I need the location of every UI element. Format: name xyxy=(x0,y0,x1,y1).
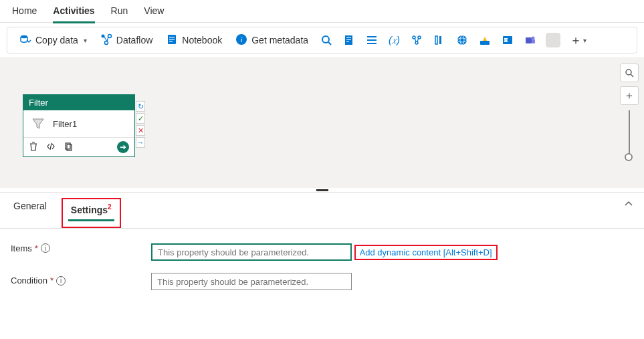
copy-data-label: Copy data xyxy=(35,35,78,45)
copy-data-button[interactable]: Copy data ▾ xyxy=(14,31,92,50)
copy-icon[interactable] xyxy=(64,142,73,153)
list-icon[interactable] xyxy=(362,31,382,49)
notebook-button[interactable]: Notebook xyxy=(160,31,227,50)
condition-input[interactable] xyxy=(151,273,352,290)
panel-tab-settings[interactable]: Settings2 xyxy=(68,201,114,221)
divider xyxy=(546,33,560,47)
port-skip-icon[interactable]: → xyxy=(136,137,145,148)
info-icon: i xyxy=(235,33,247,47)
code-icon[interactable] xyxy=(46,142,56,153)
svg-line-37 xyxy=(631,74,633,77)
panel-tab-general[interactable]: General xyxy=(11,198,49,228)
dataflow-button[interactable]: Dataflow xyxy=(95,31,158,50)
svg-point-3 xyxy=(104,41,108,44)
svg-text:O: O xyxy=(504,38,508,42)
tab-run[interactable]: Run xyxy=(111,4,128,21)
panel-resize-handle[interactable] xyxy=(0,188,644,192)
svg-rect-27 xyxy=(480,41,490,45)
filter-icon xyxy=(30,116,46,132)
teams-icon[interactable] xyxy=(520,31,540,49)
svg-rect-23 xyxy=(439,36,441,44)
collapse-panel-icon[interactable] xyxy=(624,199,633,211)
tab-view[interactable]: View xyxy=(144,4,164,21)
svg-rect-14 xyxy=(346,39,351,40)
svg-point-32 xyxy=(532,37,535,40)
svg-rect-31 xyxy=(526,37,532,43)
outlook-icon[interactable]: O xyxy=(498,31,518,49)
settings-form: Items * i Add dynamic content [Alt+Shift… xyxy=(0,229,644,315)
svg-rect-35 xyxy=(67,144,72,150)
script-icon[interactable] xyxy=(339,31,359,49)
svg-rect-18 xyxy=(367,43,377,44)
lookup-icon[interactable] xyxy=(316,31,336,49)
info-icon[interactable]: i xyxy=(41,243,50,253)
svg-rect-15 xyxy=(346,41,349,42)
required-mark: * xyxy=(35,243,38,253)
settings-badge: 2 xyxy=(108,203,112,211)
pipeline-canvas[interactable]: Filter Filter1 ➔ xyxy=(0,58,644,188)
svg-point-21 xyxy=(415,41,418,44)
svg-line-11 xyxy=(328,42,331,45)
port-fail-icon[interactable]: ✕ xyxy=(136,125,145,136)
delete-icon[interactable] xyxy=(29,142,38,153)
get-metadata-label: Get metadata xyxy=(251,35,308,45)
dataflow-icon xyxy=(100,33,112,47)
chevron-down-icon: ▾ xyxy=(84,37,87,44)
svg-point-10 xyxy=(322,36,329,43)
notebook-label: Notebook xyxy=(182,35,222,45)
variable-icon[interactable]: (𝑥) xyxy=(385,31,404,49)
get-metadata-button[interactable]: i Get metadata xyxy=(230,31,314,50)
condition-label: Condition xyxy=(11,275,47,286)
main-tabs: Home Activities Run View xyxy=(0,0,644,23)
canvas-search-icon[interactable] xyxy=(620,64,639,82)
svg-text:i: i xyxy=(241,35,243,43)
tab-activities[interactable]: Activities xyxy=(53,4,94,23)
required-mark: * xyxy=(50,275,53,286)
node-type: Filter xyxy=(23,95,134,110)
svg-rect-33 xyxy=(532,39,535,43)
properties-panel: General Settings2 Items * i Add dynamic … xyxy=(0,192,644,314)
activities-toolbar: Copy data ▾ Dataflow Notebook i Get meta… xyxy=(7,27,637,53)
semantic-icon[interactable] xyxy=(475,31,495,49)
tab-home[interactable]: Home xyxy=(12,4,37,21)
svg-point-0 xyxy=(21,35,27,37)
dataflow-label: Dataflow xyxy=(116,35,152,45)
activity-node[interactable]: Filter Filter1 ➔ xyxy=(23,94,145,157)
svg-rect-16 xyxy=(367,36,377,37)
pipeline-icon[interactable] xyxy=(407,31,427,49)
highlight-settings: Settings2 xyxy=(62,198,121,228)
svg-point-24 xyxy=(457,35,467,45)
add-activity-button[interactable]: ＋▾ xyxy=(566,29,591,51)
run-icon[interactable]: ➔ xyxy=(117,141,129,153)
canvas-add-icon[interactable]: ＋ xyxy=(620,86,639,105)
svg-rect-5 xyxy=(169,37,175,37)
info-icon[interactable]: i xyxy=(56,276,66,286)
canvas-side-tools: ＋ xyxy=(620,64,639,157)
zoom-thumb[interactable] xyxy=(625,153,633,161)
svg-rect-34 xyxy=(66,143,70,149)
add-dynamic-content-link[interactable]: Add dynamic content [Alt+Shift+D] xyxy=(354,245,498,260)
notebook-icon xyxy=(166,33,178,47)
settings-label: Settings xyxy=(71,205,108,215)
bracket-icon[interactable] xyxy=(429,31,449,49)
svg-rect-17 xyxy=(367,39,377,41)
svg-point-36 xyxy=(626,70,631,75)
node-name: Filter1 xyxy=(53,119,77,129)
svg-rect-6 xyxy=(169,39,175,39)
items-input[interactable] xyxy=(151,243,352,261)
chevron-down-icon: ▾ xyxy=(583,37,586,44)
svg-rect-7 xyxy=(169,41,173,41)
port-retry-icon[interactable]: ↻ xyxy=(136,101,145,112)
zoom-slider[interactable] xyxy=(629,110,630,157)
port-success-icon[interactable]: ✓ xyxy=(136,113,145,124)
copy-data-icon xyxy=(19,33,31,47)
items-label: Items xyxy=(11,243,32,253)
node-ports: ↻ ✓ ✕ → xyxy=(136,101,145,157)
web-icon[interactable] xyxy=(452,31,472,49)
svg-rect-13 xyxy=(346,37,351,38)
svg-rect-22 xyxy=(435,36,437,44)
